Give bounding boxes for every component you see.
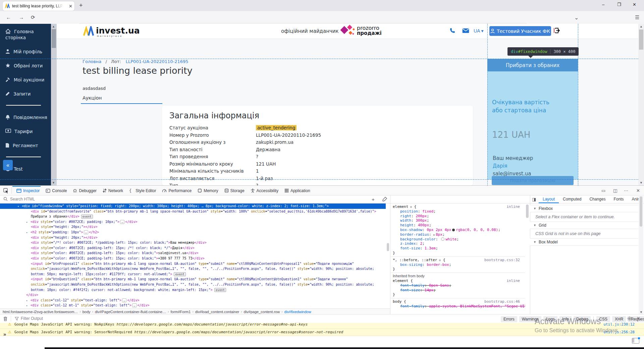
page-scroll-thumb[interactable] xyxy=(639,30,643,50)
node-breadcrumb[interactable]: form#Form1 xyxy=(170,310,191,314)
node-breadcrumb[interactable]: div#load_content.container xyxy=(195,310,239,314)
console-settings-icon[interactable] xyxy=(627,316,632,321)
layout-tab-layout[interactable]: Layout xyxy=(539,195,559,203)
pick-element-icon[interactable] xyxy=(3,188,9,193)
layout-tab-computed[interactable]: Computed xyxy=(559,195,585,203)
menu-hamburger-icon[interactable]: ☰ xyxy=(635,14,639,20)
filter-output-input[interactable]: Filter Output xyxy=(21,316,43,321)
scroll-down-icon[interactable]: ▼ xyxy=(52,181,55,184)
sidebar-item-tariffs[interactable]: Тарифи xyxy=(0,128,51,134)
rule-line[interactable]: body {bootstrap.css:46 xyxy=(390,299,525,304)
console-filter-errors[interactable]: Errors xyxy=(501,316,517,322)
site-logo-text[interactable]: invest.ua xyxy=(96,26,140,36)
markup-line[interactable]: <div style="/*! color: #0072CE; */paddin… xyxy=(0,240,386,245)
pocket-icon[interactable]: ⌄ xyxy=(574,14,579,21)
page-scrollbar[interactable]: ▲ ▼ xyxy=(638,24,644,185)
node-breadcrumb[interactable]: div#fixedwindow xyxy=(284,310,311,314)
markup-line[interactable]: ▸<div class="col-12" style="text-align: … xyxy=(0,298,386,303)
trash-icon[interactable] xyxy=(3,316,7,321)
sidebar-scrollbar[interactable]: ▲ ▼ xyxy=(51,24,57,185)
browser-tab[interactable]: test billing lease priority, LLP001 ✕ xyxy=(3,1,74,11)
console-filter-warnings[interactable]: Warnings xyxy=(519,316,541,322)
rule-line[interactable]: } xyxy=(390,251,525,255)
console-filter-xhr[interactable]: XHR xyxy=(612,316,626,322)
markup-line[interactable]: bottom: 10px; color: #f4f2f2; cursor: no… xyxy=(0,287,386,293)
rule-line[interactable]: background-color: white; xyxy=(390,237,525,242)
node-breadcrumb[interactable]: div#PageContent.container-fluid.containe… xyxy=(95,310,166,314)
node-breadcrumb[interactable]: div#page_content.row xyxy=(244,310,280,314)
devtools-tab-styleeditor[interactable]: { }Style Editor xyxy=(126,186,159,195)
layout-scrollbar[interactable]: ▼ xyxy=(639,195,643,314)
markup-line-selected[interactable]: ▾<div id="fixedwindow" style="position: … xyxy=(0,203,386,209)
investua-logo-icon[interactable] xyxy=(83,26,95,36)
rule-line[interactable]: element ⚙ {inline xyxy=(390,205,525,209)
rule-line[interactable]: right: 200px; xyxy=(390,214,525,219)
markup-line[interactable]: onclick="javascript:WebForm_DoPostBackWi… xyxy=(0,282,386,287)
markup-line[interactable]: <input id="btnQuestion1" class="btn btn-… xyxy=(0,277,386,282)
grid-section-header[interactable]: ▼Grid xyxy=(530,222,638,229)
scroll-down-icon[interactable]: ▼ xyxy=(640,181,643,184)
console-source-link[interactable]: util.js:256:28 xyxy=(603,329,635,336)
rules-inherited-header[interactable]: Inherited from body xyxy=(390,274,525,279)
devtools-tab-performance[interactable]: Performance xyxy=(159,186,195,195)
markup-scrollbar[interactable] xyxy=(386,203,390,308)
markup-line[interactable]: ▸<h2 style="padding: 10px">…</h2> xyxy=(0,230,386,235)
layout-tab-fonts[interactable]: Fonts xyxy=(609,195,628,203)
markup-line[interactable]: bottom: 50px; margin-left: 15px;color: #… xyxy=(0,272,386,277)
sidebar-item-notifications[interactable]: Повідомлення xyxy=(0,114,51,120)
submit-proposal-button[interactable]: Подати пропозицію xyxy=(492,176,574,185)
logout-icon[interactable] xyxy=(553,27,560,34)
sidebar-item-auctions[interactable]: Мої аукціони xyxy=(0,77,51,83)
markup-line[interactable]: <div style="color: #0072CE; padding-left… xyxy=(0,250,386,256)
markup-line[interactable]: ▸<div class="col-12 mt-1" style="text-al… xyxy=(0,303,386,308)
markup-line[interactable]: <div id="deselectfromfavorite" class="bt… xyxy=(0,209,386,214)
rule-source-link[interactable]: bootstrap.css:46 xyxy=(484,299,520,304)
responsive-design-icon[interactable]: ▭ xyxy=(601,188,605,193)
devtools-tab-storage[interactable]: Storage xyxy=(221,186,248,195)
console-filter-info[interactable]: Info xyxy=(559,316,572,322)
markup-line[interactable]: <div style="height: 20px;"></div> xyxy=(0,235,386,240)
node-breadcrumb[interactable]: body xyxy=(83,310,91,314)
sidebar-item-favorites[interactable]: Обрані лоти xyxy=(0,63,51,69)
back-button[interactable]: ← xyxy=(6,14,11,20)
sidebar-item-regulations[interactable]: Регламент xyxy=(0,142,51,149)
sidebar-item-profile[interactable]: Мій профіль xyxy=(0,49,51,55)
devtools-menu-icon[interactable]: ⋯ xyxy=(624,188,629,193)
devtools-tab-inspector[interactable]: Inspector xyxy=(13,186,43,195)
language-selector[interactable]: UA ▾ xyxy=(474,28,484,34)
envelope-icon[interactable] xyxy=(462,28,469,33)
markup-line[interactable]: onclick="javascript:WebForm_DoPostBackWi… xyxy=(0,266,386,272)
console-prompt[interactable]: » xyxy=(3,331,6,337)
dock-options-icon[interactable]: ◫ xyxy=(613,188,617,193)
forward-button[interactable]: → xyxy=(19,14,24,20)
reload-button[interactable]: ⟳ xyxy=(31,14,35,20)
add-node-icon[interactable]: + xyxy=(372,196,375,202)
rule-line[interactable]: box-shadow: 0px 2px 4pxrgba(0, 0, 0, 0.0… xyxy=(390,228,525,232)
rule-line[interactable]: border-radius: ▶8px; xyxy=(390,232,525,237)
rule-line[interactable]: font-family: Open Sans; xyxy=(390,283,525,288)
rule-line[interactable]: font-size: 1.3em; xyxy=(390,246,525,251)
console-source-link[interactable]: util.js:230:12 xyxy=(603,323,635,328)
markup-line[interactable]: <div style="color: #0072CE; padding-left… xyxy=(0,256,386,261)
console-sidebar-toggle-icon[interactable] xyxy=(632,338,639,344)
tab-auction[interactable]: Аукціон xyxy=(81,95,162,104)
markup-line[interactable]: ▸<div style="color: #0072CE; padding: 10… xyxy=(0,219,386,225)
rule-line[interactable]: font-family: apple-system, BlinkMacSyste… xyxy=(390,304,525,309)
rule-line[interactable]: } xyxy=(390,267,525,272)
devtools-tab-memory[interactable]: Memory xyxy=(195,186,221,195)
devtools-tab-console[interactable]: Console xyxy=(43,186,70,195)
window-close-button[interactable]: ✕ xyxy=(633,2,636,7)
window-minimize-button[interactable]: – xyxy=(602,2,604,7)
rule-line[interactable]: *, ::before, ::after ⚙ {bootstrap.css:32 xyxy=(390,258,525,263)
devtools-tab-network[interactable]: Network xyxy=(100,186,126,195)
sidebar-item-home[interactable]: Головна сторінка xyxy=(0,28,51,41)
rule-line[interactable]: z-index: 2; xyxy=(390,241,525,246)
scroll-down-icon[interactable]: ▼ xyxy=(640,310,643,314)
eyedropper-icon[interactable] xyxy=(382,197,387,201)
sidebar-item-requests[interactable]: Запити xyxy=(0,91,51,97)
breadcrumb-home-link[interactable]: Головна xyxy=(83,59,101,64)
rule-source-link[interactable]: inline xyxy=(506,205,520,209)
rule-line[interactable]: position: fixed; xyxy=(390,209,525,214)
markup-line[interactable]: <div style="color: #0072CE; padding-left… xyxy=(0,245,386,251)
phone-icon[interactable] xyxy=(449,27,455,34)
